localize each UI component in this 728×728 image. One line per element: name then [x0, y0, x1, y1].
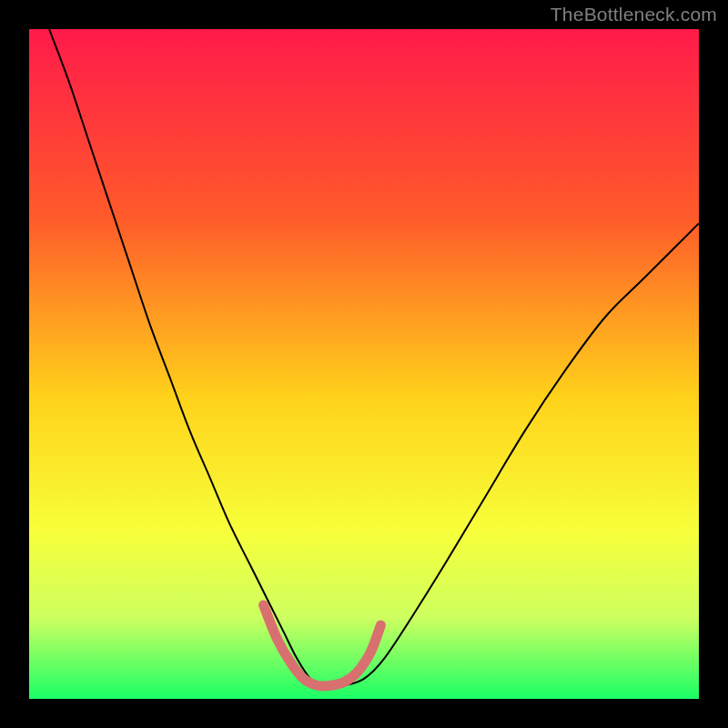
- chart-frame: TheBottleneck.com: [0, 0, 728, 728]
- watermark-text: TheBottleneck.com: [551, 4, 717, 25]
- bottleneck-plot: [29, 29, 699, 699]
- gradient-background: [29, 29, 699, 699]
